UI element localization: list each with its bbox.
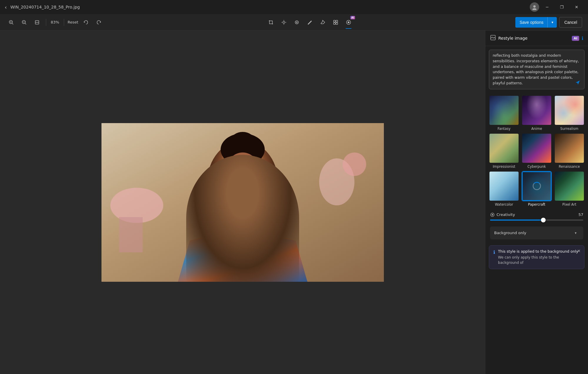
style-label-papercraft: Papercraft (528, 202, 545, 207)
style-thumb-fantasy (489, 95, 519, 125)
tooltip-info-icon: ℹ (493, 249, 495, 255)
zoom-value: 83% (50, 20, 60, 24)
background-info-tooltip: ℹ This style is applied to the backgroun… (489, 245, 584, 269)
canvas-area (0, 31, 485, 374)
tooltip-title: This style is applied to the background … (498, 249, 580, 254)
creativity-section: Creativity 57 (485, 209, 588, 224)
divider-2 (64, 19, 64, 26)
svg-point-36 (225, 152, 260, 194)
close-button[interactable]: ✕ (570, 2, 583, 12)
undo-button[interactable] (81, 17, 91, 28)
svg-rect-29 (119, 217, 143, 252)
divider-1 (46, 19, 46, 26)
background-only-toggle[interactable]: Background only ▾ (490, 227, 583, 239)
window-controls: ─ ❐ ✕ (530, 2, 583, 12)
svg-rect-21 (336, 20, 338, 22)
zoom-in-button[interactable] (6, 17, 16, 28)
toolbar: 83% Reset (0, 14, 588, 31)
svg-rect-23 (336, 23, 338, 24)
filter-button[interactable] (330, 17, 341, 28)
svg-point-25 (348, 21, 349, 23)
style-item-fantasy[interactable]: Fantasy (489, 95, 519, 131)
main-area: Restyle image AI ℹ reflecting both nosta… (0, 31, 588, 374)
right-panel: Restyle image AI ℹ reflecting both nosta… (485, 31, 588, 374)
style-label-renaissance: Renaissance (559, 165, 580, 169)
svg-point-39 (492, 214, 493, 215)
style-thumb-renaissance (554, 133, 584, 163)
style-item-papercraft[interactable]: Papercraft (522, 171, 552, 207)
style-label-watercolor: Watercolor (495, 202, 513, 207)
style-item-impressionist[interactable]: Impressionist (489, 133, 519, 169)
style-label-fantasy: Fantasy (497, 127, 510, 131)
send-button[interactable] (574, 78, 582, 87)
brightness-button[interactable] (279, 17, 289, 28)
ai-badge: AI (572, 36, 579, 41)
spot-fix-button[interactable] (291, 17, 302, 28)
titlebar: ‹ WIN_20240714_10_28_58_Pro.jpg ─ ❐ ✕ (0, 0, 588, 14)
toolbar-right: Save options ▾ Cancel (515, 17, 582, 28)
svg-point-0 (533, 5, 536, 8)
style-item-surrealism[interactable]: Surrealism (554, 95, 584, 131)
creativity-slider[interactable] (490, 219, 583, 221)
tooltip-body: We can only apply this style to the back… (498, 255, 580, 265)
crop-button[interactable] (266, 17, 276, 28)
svg-line-3 (12, 23, 14, 24)
redo-button[interactable] (94, 17, 104, 28)
svg-marker-19 (321, 20, 325, 24)
style-thumb-cyberpunk (522, 133, 552, 163)
style-thumb-surrealism (554, 95, 584, 125)
info-button[interactable]: ℹ (582, 36, 583, 41)
style-thumb-pixelart (554, 171, 584, 201)
background-chevron-icon[interactable]: ▾ (572, 229, 579, 237)
titlebar-left: ‹ WIN_20240714_10_28_58_Pro.jpg (5, 4, 80, 10)
fit-button[interactable] (32, 17, 42, 28)
reset-button[interactable]: Reset (68, 17, 78, 28)
ai-button[interactable]: AI (343, 17, 354, 28)
svg-point-11 (283, 21, 285, 23)
cancel-button[interactable]: Cancel (559, 17, 582, 28)
tooltip-close-button[interactable]: ✕ (576, 248, 582, 254)
prompt-text: reflecting both nostalgia and modern sen… (493, 53, 581, 86)
save-options-dropdown-arrow[interactable]: ▾ (547, 17, 557, 28)
creativity-value: 57 (578, 212, 583, 217)
style-label-anime: Anime (531, 127, 542, 131)
svg-rect-20 (334, 20, 335, 22)
style-thumb-watercolor (489, 171, 519, 201)
style-thumb-anime (522, 95, 552, 125)
restyle-icon (490, 35, 496, 42)
avatar[interactable] (530, 2, 539, 12)
style-label-impressionist: Impressionist (493, 165, 515, 169)
edited-image (101, 123, 384, 282)
zoom-out-button[interactable] (19, 17, 29, 28)
minimize-button[interactable]: ─ (540, 2, 554, 12)
background-only-label: Background only (494, 231, 526, 235)
svg-point-31 (343, 152, 366, 176)
file-title: WIN_20240714_10_28_58_Pro.jpg (10, 5, 80, 9)
draw-button[interactable] (304, 17, 315, 28)
style-item-anime[interactable]: Anime (522, 95, 552, 131)
tooltip-content: This style is applied to the background … (498, 249, 580, 265)
back-button[interactable]: ‹ (5, 4, 7, 10)
style-item-pixelart[interactable]: Pixel Art (554, 171, 584, 207)
erase-button[interactable] (317, 17, 328, 28)
background-section: Background only ▾ (485, 224, 588, 243)
style-thumb-impressionist (489, 133, 519, 163)
style-item-watercolor[interactable]: Watercolor (489, 171, 519, 207)
restore-button[interactable]: ❐ (555, 2, 569, 12)
svg-point-1 (532, 8, 537, 10)
prompt-area[interactable]: reflecting both nostalgia and modern sen… (489, 50, 584, 89)
style-grid: FantasyAnimeSurrealismImpressionistCyber… (485, 93, 588, 209)
save-options-label: Save options (515, 20, 547, 25)
svg-point-35 (231, 132, 254, 150)
style-thumb-papercraft (522, 171, 552, 201)
save-options-button[interactable]: Save options ▾ (515, 17, 557, 28)
svg-rect-22 (334, 23, 335, 24)
style-label-pixelart: Pixel Art (562, 202, 576, 207)
panel-title: Restyle image (498, 36, 569, 41)
style-item-cyberpunk[interactable]: Cyberpunk (522, 133, 552, 169)
panel-header: Restyle image AI ℹ (485, 31, 588, 46)
style-label-cyberpunk: Cyberpunk (527, 165, 546, 169)
svg-line-7 (25, 23, 26, 24)
style-item-renaissance[interactable]: Renaissance (554, 133, 584, 169)
style-label-surrealism: Surrealism (560, 127, 578, 131)
